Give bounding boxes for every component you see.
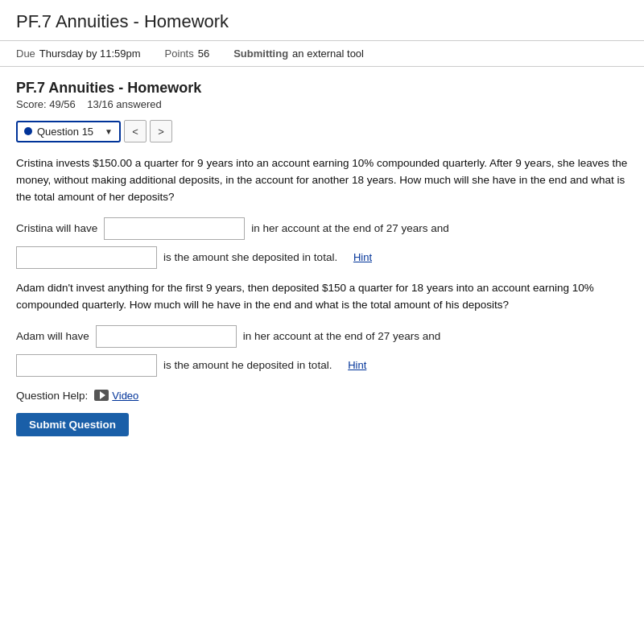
score-line: Score: 49/56 13/16 answered: [16, 98, 628, 110]
cristina-answer-row2: is the amount she deposited in total. Hi…: [16, 246, 628, 269]
cristina-deposit-suffix: is the amount she deposited in total.: [163, 251, 337, 263]
due-value: Thursday by 11:59pm: [39, 47, 141, 60]
next-question-button[interactable]: >: [150, 120, 172, 142]
points-label: Points: [165, 47, 194, 60]
adam-prefix: Adam will have: [16, 330, 89, 342]
due-label: Due: [16, 47, 35, 60]
assignment-title: PF.7 Annuities - Homework: [16, 80, 628, 97]
play-triangle: [100, 391, 105, 399]
top-header: PF.7 Annuities - Homework: [0, 0, 644, 41]
cristina-suffix: in her account at the end of 27 years an…: [251, 222, 448, 234]
meta-bar: Due Thursday by 11:59pm Points 56 Submit…: [0, 41, 644, 67]
chevron-down-icon: ▼: [105, 127, 113, 136]
question-help-row: Question Help: Video: [16, 390, 628, 402]
cristina-deposit-input[interactable]: [16, 246, 157, 269]
question-part2-body: Adam didn't invest anything for the firs…: [16, 280, 628, 314]
adam-suffix: in her account at the end of 27 years an…: [243, 330, 440, 342]
submit-question-button[interactable]: Submit Question: [16, 413, 129, 436]
adam-deposit-suffix: is the amount he deposited in total.: [163, 359, 332, 371]
points-item: Points 56: [165, 47, 210, 60]
question-dropdown[interactable]: Question 15 ▼: [16, 121, 121, 142]
submitting-item: Submitting an external tool: [233, 47, 364, 60]
page-title: PF.7 Annuities - Homework: [16, 11, 628, 32]
part1-text: Cristina invests $150.00 a quarter for 9…: [16, 155, 628, 206]
adam-answer-row1: Adam will have in her account at the end…: [16, 325, 628, 348]
question-help-label: Question Help:: [16, 390, 88, 402]
submitting-label: Submitting: [233, 47, 288, 60]
prev-question-button[interactable]: <: [124, 120, 147, 142]
score-label: Score:: [16, 98, 47, 110]
cristina-answer-row1: Cristina will have in her account at the…: [16, 217, 628, 240]
video-button[interactable]: Video: [94, 390, 138, 402]
adam-account-input[interactable]: [96, 325, 237, 348]
content-area: PF.7 Annuities - Homework Score: 49/56 1…: [0, 67, 644, 449]
submitting-value: an external tool: [292, 47, 364, 60]
question-label: Question 15: [37, 126, 100, 138]
video-icon: [94, 390, 109, 401]
question-part1-body: Cristina invests $150.00 a quarter for 9…: [16, 155, 628, 206]
part2-text: Adam didn't invest anything for the firs…: [16, 280, 628, 314]
video-label: Video: [112, 390, 138, 402]
adam-answer-row2: is the amount he deposited in total. Hin…: [16, 354, 628, 377]
page-container: PF.7 Annuities - Homework Due Thursday b…: [0, 0, 644, 644]
question-dot: [24, 127, 32, 135]
cristina-prefix: Cristina will have: [16, 222, 97, 234]
cristina-account-input[interactable]: [104, 217, 245, 240]
answered-value: 13/16 answered: [87, 98, 162, 110]
adam-deposit-input[interactable]: [16, 354, 157, 377]
points-value: 56: [198, 47, 209, 60]
score-value: 49/56: [49, 98, 76, 110]
hint1-link[interactable]: Hint: [353, 251, 372, 263]
question-nav: Question 15 ▼ < >: [16, 120, 628, 142]
due-item: Due Thursday by 11:59pm: [16, 47, 141, 60]
hint2-link[interactable]: Hint: [348, 359, 366, 371]
